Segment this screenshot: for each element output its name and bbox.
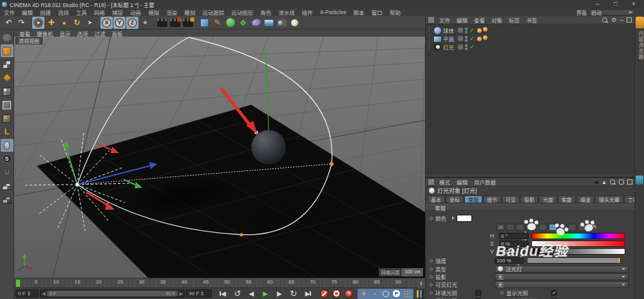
value-gradient-slider[interactable] [531, 248, 625, 255]
viewport-menu-item[interactable]: 面板 [112, 30, 123, 37]
record-parameter-toggle[interactable]: P [391, 289, 402, 298]
timeline-splitter[interactable]: ▮ [417, 278, 425, 288]
viewport-menu-item[interactable]: 摄像机 [37, 30, 53, 37]
loop-button[interactable]: ↻ [287, 289, 300, 298]
menu-item[interactable]: 流水线 [278, 8, 295, 16]
undo-button[interactable]: ↶ [3, 17, 15, 29]
light-type-dropdown[interactable]: 泛光灯 [495, 266, 629, 273]
polygons-mode-icon[interactable] [1, 112, 14, 125]
h-value[interactable]: 0 ° [499, 233, 529, 239]
menu-item[interactable]: 运动图形 [231, 8, 253, 16]
scale-tool-button[interactable]: ▪ [58, 17, 70, 29]
object-name-selected[interactable]: 灯光 [443, 43, 454, 51]
tag-icon[interactable] [483, 35, 488, 40]
attribute-tab[interactable]: 细节 [483, 195, 501, 203]
menu-item[interactable]: 角色 [260, 8, 271, 16]
om-menu-bookmark[interactable]: 书签 [526, 16, 537, 24]
mograph-button[interactable] [250, 17, 262, 29]
shadow-dropdown[interactable]: 无 [495, 273, 629, 280]
am-menu-mode[interactable]: 模式 [439, 178, 450, 186]
locked-workplane-icon[interactable] [1, 179, 14, 192]
v-value[interactable]: 100 % [499, 248, 529, 255]
menu-item[interactable]: 捕捉 [112, 8, 123, 16]
tweak-mode-icon[interactable] [1, 139, 14, 152]
timeline-playhead[interactable] [15, 279, 21, 287]
phong-tag-icon[interactable] [477, 37, 482, 41]
back-arrow-icon[interactable]: ◀ [594, 179, 598, 185]
intensity-value[interactable]: 100 % [495, 257, 524, 264]
search-icon[interactable] [602, 17, 608, 23]
panel-icon[interactable] [627, 17, 632, 23]
panel-icon[interactable] [627, 179, 632, 185]
up-arrow-icon[interactable]: ▲ [601, 179, 607, 185]
am-menu-edit[interactable]: 编辑 [457, 178, 468, 186]
frame-range-slider[interactable]: ◀ 0 F 90 F ▶ [40, 289, 185, 298]
object-name[interactable]: 平面 [443, 35, 454, 42]
keyframe-selection-button[interactable]: ? [345, 289, 353, 298]
gear-icon[interactable]: ⚙ [611, 17, 616, 23]
render-settings-button[interactable] [182, 17, 194, 29]
light-button[interactable] [289, 17, 301, 29]
param-dot-icon[interactable] [430, 259, 433, 262]
search-icon[interactable] [610, 179, 616, 185]
visibility-dots[interactable] [465, 44, 468, 50]
color-swatch[interactable] [457, 215, 472, 222]
attribute-tab[interactable]: 光度 [539, 195, 557, 203]
menu-item[interactable]: 创建 [40, 8, 51, 16]
layer-box[interactable] [458, 36, 463, 41]
attribute-tab[interactable]: 投影 [520, 195, 538, 203]
attribute-tab[interactable]: 焦散 [558, 195, 576, 203]
move-tool-button[interactable]: ✚ [45, 17, 57, 29]
spline-pen-button[interactable]: ✎ [211, 17, 223, 29]
record-scale-toggle[interactable]: ▪ [369, 289, 380, 298]
object-name[interactable]: 球体 [443, 26, 454, 34]
environment-button[interactable] [263, 17, 275, 29]
interface-dropdown[interactable]: 启动 [589, 9, 635, 15]
subdivision-surface-button[interactable] [224, 17, 236, 29]
attribute-tab[interactable]: 噪波 [576, 195, 594, 203]
view-label[interactable]: 透视视图 [15, 37, 43, 44]
redo-button[interactable]: ↷ [15, 17, 28, 29]
viewport-canvas[interactable]: 透视视图 ✚ ↕ ↺ 网格间距 100 cm [14, 37, 425, 278]
deformer-button[interactable]: ❖ [237, 17, 249, 29]
om-menu-tag[interactable]: 标签 [509, 16, 520, 24]
viewport-menu-item[interactable]: 查看 [19, 30, 30, 37]
start-frame-spinner[interactable]: 0 F [15, 289, 39, 298]
menu-item[interactable]: 雕刻 [184, 8, 195, 16]
object-row-sphere[interactable]: 球体 ✓ [426, 26, 634, 34]
om-menu-object[interactable]: 对象 [491, 16, 502, 24]
texture-mode-icon[interactable] [1, 58, 14, 71]
next-frame-button[interactable]: ▶ [273, 289, 286, 298]
menu-item[interactable]: 网格 [94, 8, 105, 16]
attribute-tab[interactable]: 镜头光晕 [595, 195, 623, 203]
am-menu-userdata[interactable]: 用户数据 [474, 178, 496, 186]
minimize-button[interactable]: – [589, 0, 607, 8]
timeline-ruler[interactable]: 051015202530354045505560657075808590 [14, 278, 417, 288]
goto-end-button[interactable]: ▶ [301, 289, 314, 298]
panel-menu-icon[interactable] [428, 179, 434, 185]
expander-icon[interactable] [452, 216, 455, 220]
last-tool-button[interactable]: ➤ [84, 17, 96, 29]
param-dot-icon[interactable] [430, 267, 433, 271]
camera-button[interactable] [276, 17, 288, 29]
intensity-slider[interactable] [527, 257, 621, 264]
visible-light-dropdown[interactable]: 无 [495, 281, 629, 288]
visibility-dots[interactable] [465, 28, 468, 33]
record-pla-toggle[interactable] [402, 289, 413, 298]
ambient-illumination-checkbox[interactable] [475, 290, 481, 296]
picture-mode-button[interactable] [516, 224, 524, 231]
collapse-icon[interactable]: – [620, 17, 623, 23]
render-to-picture-viewer-button[interactable] [169, 17, 181, 29]
range-handle[interactable]: 0 F 90 F [47, 291, 178, 296]
menu-item[interactable]: 渲染 [166, 8, 177, 16]
lock-icon[interactable] [619, 179, 624, 185]
model-mode-icon[interactable] [1, 44, 14, 57]
planar-workplane-icon[interactable] [1, 193, 14, 206]
param-dot-icon[interactable] [430, 291, 433, 294]
menu-item[interactable]: 帮助 [390, 8, 401, 16]
add-cube-button[interactable] [198, 17, 211, 29]
om-menu-view[interactable]: 查看 [474, 16, 485, 24]
tag-icon[interactable] [483, 27, 488, 32]
record-keyframe-button[interactable] [320, 289, 328, 298]
points-mode-icon[interactable] [1, 85, 14, 98]
